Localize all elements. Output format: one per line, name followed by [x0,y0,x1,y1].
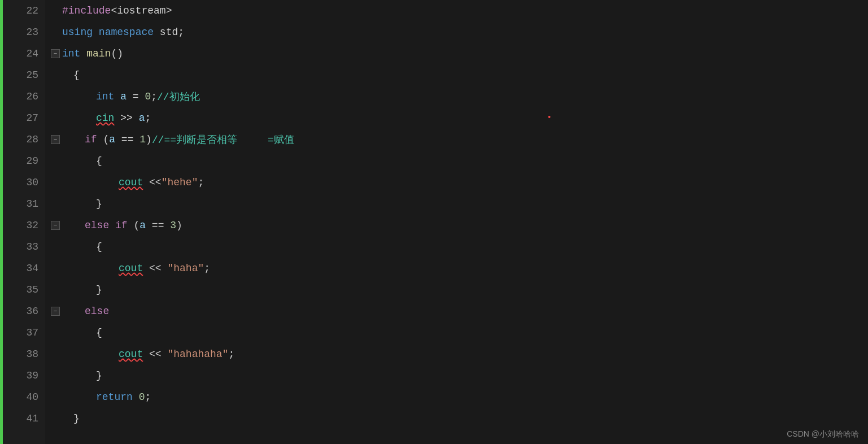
code-line-22: #include<iostream> [51,0,868,21]
fold-btn-24[interactable]: − [51,49,60,58]
line-num-30: 30 [3,172,38,193]
code-line-23: using namespace std; [51,21,868,43]
code-line-30: cout <<"hehe"; [51,172,868,193]
fold-btn-28[interactable]: − [51,135,60,144]
line-num-37: 37 [3,322,38,343]
code-line-33: { [51,236,868,258]
line-num-41: 41 [3,408,38,429]
code-line-35: } [51,279,868,301]
code-line-36: − else [51,301,868,322]
code-editor: 22 23 24 25 26 27 28 29 30 31 32 33 34 3… [0,0,868,444]
error-dot-27: • [547,113,552,122]
code-line-28: − if (a == 1)//==判断是否相等 =赋值 [51,129,868,150]
code-line-27: cin >> a; • [51,107,868,129]
code-line-31: } [51,193,868,215]
fold-btn-32[interactable]: − [51,221,60,230]
line-num-26: 26 [3,86,38,107]
code-content: #include<iostream> using namespace std; … [45,0,868,444]
line-num-23: 23 [3,21,38,43]
code-line-41: } [51,408,868,429]
line-num-29: 29 [3,150,38,172]
code-line-39: } [51,365,868,386]
line-num-32: 32 [3,215,38,236]
fold-btn-36[interactable]: − [51,307,60,316]
code-line-38: cout << "hahahaha"; [51,343,868,365]
code-line-25: { [51,64,868,86]
line-num-34: 34 [3,258,38,279]
line-num-28: 28 [3,129,38,150]
code-line-24: − int main() [51,43,868,64]
code-line-29: { [51,150,868,172]
line-num-25: 25 [3,64,38,86]
watermark: CSDN @小刘哈哈哈 [787,429,859,439]
line-num-27: 27 [3,107,38,129]
line-num-31: 31 [3,193,38,215]
line-num-38: 38 [3,343,38,365]
line-num-39: 39 [3,365,38,386]
line-num-35: 35 [3,279,38,301]
line-numbers: 22 23 24 25 26 27 28 29 30 31 32 33 34 3… [3,0,45,444]
code-line-40: return 0; [51,386,868,408]
code-line-26: int a = 0;//初始化 [51,86,868,107]
code-line-32: − else if (a == 3) [51,215,868,236]
code-line-34: cout << "haha"; [51,258,868,279]
code-line-37: { [51,322,868,343]
line-num-24: 24 [3,43,38,64]
line-num-40: 40 [3,386,38,408]
line-num-22: 22 [3,0,38,21]
line-num-36: 36 [3,301,38,322]
line-num-33: 33 [3,236,38,258]
